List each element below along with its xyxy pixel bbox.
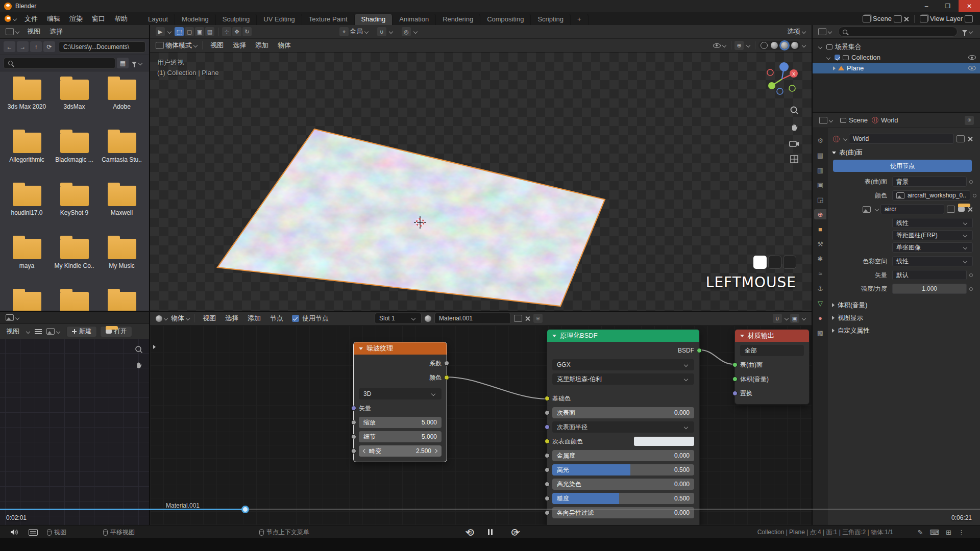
hide-eye-icon[interactable] [968, 55, 976, 60]
filter-icon[interactable] [130, 61, 145, 66]
cursor-tool[interactable]: ⊹ [222, 27, 231, 36]
strength-slider[interactable]: 1.000 [892, 284, 967, 294]
mode-dropdown[interactable]: 物体模式 [165, 41, 192, 50]
sh-menu-select[interactable]: 选择 [220, 313, 243, 324]
folder-item[interactable] [98, 288, 145, 311]
menu-file[interactable]: 文件 [20, 13, 42, 24]
unlink-material-icon[interactable] [525, 316, 530, 321]
material-name-field[interactable]: Material.001 [434, 313, 511, 324]
outliner-filter-icon[interactable] [961, 29, 976, 34]
select-mode-1[interactable]: ▢ [185, 27, 194, 36]
socket-subsurface-radius-input[interactable] [545, 424, 550, 430]
toggle-grid-icon[interactable] [790, 155, 799, 164]
image-editor-canvas[interactable] [0, 339, 149, 525]
proportional-editing-icon[interactable]: ◎ [402, 27, 411, 36]
copy-world-icon[interactable] [957, 135, 965, 142]
tab-object[interactable]: ■ [814, 224, 826, 234]
transform-orientation[interactable]: 全局 [350, 27, 363, 36]
socket-surface-input[interactable] [732, 362, 738, 367]
specular-tint-slider[interactable]: 高光染色0.000 [552, 479, 694, 490]
tab-particles[interactable]: ✱ [814, 254, 826, 264]
socket-subsurface-color-input[interactable] [545, 439, 550, 444]
folder-item[interactable]: 3ds Max 2020 [3, 76, 51, 129]
vp-menu-select[interactable]: 选择 [228, 40, 251, 51]
shading-material-preview-icon[interactable] [781, 42, 788, 49]
noise-dimensions-dropdown[interactable]: 3D [359, 388, 442, 399]
open-image-button[interactable]: 打开 [100, 326, 132, 337]
outliner-row-scene-collection[interactable]: 场景集合 [813, 41, 980, 52]
menu-edit[interactable]: 编辑 [42, 13, 65, 24]
tab-output[interactable]: ▥ [814, 165, 826, 175]
subsurface-slider[interactable]: 次表面0.000 [552, 407, 694, 418]
animate-dot-icon[interactable] [969, 273, 973, 277]
more-icon[interactable]: ⋮ [958, 529, 965, 536]
folder-item[interactable]: houdini17.0 [3, 182, 51, 235]
tab-modeling[interactable]: Modeling [175, 14, 216, 25]
folder-item[interactable]: Adobe [98, 76, 145, 129]
distribution-dropdown[interactable]: GGX [552, 359, 694, 370]
subtitle-icon[interactable] [29, 529, 38, 536]
fb-menu-select[interactable]: 选择 [45, 26, 67, 37]
copy-material-icon[interactable] [514, 315, 522, 322]
pause-button[interactable] [488, 525, 493, 539]
projection-dropdown[interactable]: 等距圆柱(ERP) [892, 230, 973, 240]
tab-texture-paint[interactable]: Texture Paint [302, 14, 355, 25]
tab-scripting[interactable]: Scripting [531, 14, 571, 25]
use-nodes-button[interactable]: 使用节点 [833, 160, 972, 172]
visibility-eye-icon[interactable] [713, 43, 721, 48]
custom-properties-section-header[interactable]: 自定义属性 [832, 325, 973, 336]
animate-dot-icon[interactable] [969, 287, 973, 291]
vector-dropdown[interactable]: 默认 [892, 270, 967, 280]
slot-dropdown[interactable]: Slot 1 [375, 313, 422, 324]
metallic-slider[interactable]: 金属度0.000 [552, 450, 694, 461]
annotate-pencil-icon[interactable]: ✎ [917, 529, 923, 536]
animate-dot-icon[interactable] [973, 194, 976, 197]
select-mode-3[interactable]: ▤ [205, 27, 214, 36]
sh-menu-node[interactable]: 节点 [265, 313, 288, 324]
scene-selector[interactable]: Scene [873, 15, 892, 22]
select-box-tool[interactable]: ⬚ [175, 27, 184, 36]
subsurface-color-swatch[interactable] [634, 437, 694, 446]
tab-texture[interactable]: ▩ [814, 328, 826, 338]
tab-material[interactable]: ● [814, 313, 826, 323]
folder-item[interactable]: Maxwell [98, 182, 145, 235]
menu-help[interactable]: 帮助 [110, 13, 132, 24]
socket-anisotropic-input[interactable] [545, 510, 550, 515]
tab-shading[interactable]: Shading [355, 14, 393, 25]
sh-menu-view[interactable]: 视图 [198, 313, 220, 324]
ie-menu-view[interactable]: 视图 [4, 326, 21, 337]
noise-detail-slider[interactable]: 细节5.000 [359, 431, 442, 442]
node-material-output[interactable]: 材质输出 全部 表(曲)面 体积(音量) 置换 [734, 329, 810, 405]
forward-button[interactable]: → [17, 41, 29, 52]
folder-item[interactable]: Allegorithmic [3, 129, 51, 182]
unlink-image-icon[interactable] [968, 207, 973, 212]
socket-detail-input[interactable] [351, 434, 356, 439]
anisotropic-slider[interactable]: 各向异性过滤0.000 [552, 507, 694, 518]
folder-item[interactable]: KeyShot 9 [51, 182, 98, 235]
vp-menu-add[interactable]: 添加 [251, 40, 273, 51]
ie-zoom-icon[interactable] [135, 345, 143, 354]
use-nodes-checkbox[interactable] [292, 315, 299, 322]
tab-modifiers[interactable]: ⚒ [814, 239, 826, 249]
sh-snap-icon[interactable]: ∪ [773, 314, 782, 323]
outliner-search-input[interactable] [838, 27, 958, 37]
image-thumb-icon[interactable] [863, 206, 871, 213]
breadcrumb-scene[interactable]: Scene [840, 116, 868, 124]
fb-search-input[interactable] [4, 58, 115, 69]
surface-value-dropdown[interactable]: 背景 [892, 177, 967, 187]
color-image-field[interactable]: aircraft_workshop_0.. [892, 190, 970, 201]
editor-type-image-icon[interactable] [4, 313, 22, 322]
new-image-button[interactable]: 新建 [66, 326, 97, 337]
path-field[interactable]: C:\Users\y...Documents\ [59, 41, 145, 53]
pan-hand-icon[interactable] [790, 122, 799, 132]
interpolation-dropdown[interactable]: 线性 [892, 218, 973, 228]
open-image-icon[interactable] [958, 207, 965, 212]
rewind-button[interactable]: ⟲10 [463, 525, 476, 539]
tab-physics[interactable]: ≈ [814, 268, 826, 279]
noise-scale-slider[interactable]: 缩放5.000 [359, 417, 442, 428]
volume-icon[interactable] [10, 529, 18, 536]
outliner-row-collection[interactable]: Collection [813, 52, 980, 63]
tab-world[interactable]: ⊕ [814, 209, 826, 219]
tab-animation[interactable]: Animation [393, 14, 436, 25]
socket-specular-tint-input[interactable] [545, 482, 550, 487]
